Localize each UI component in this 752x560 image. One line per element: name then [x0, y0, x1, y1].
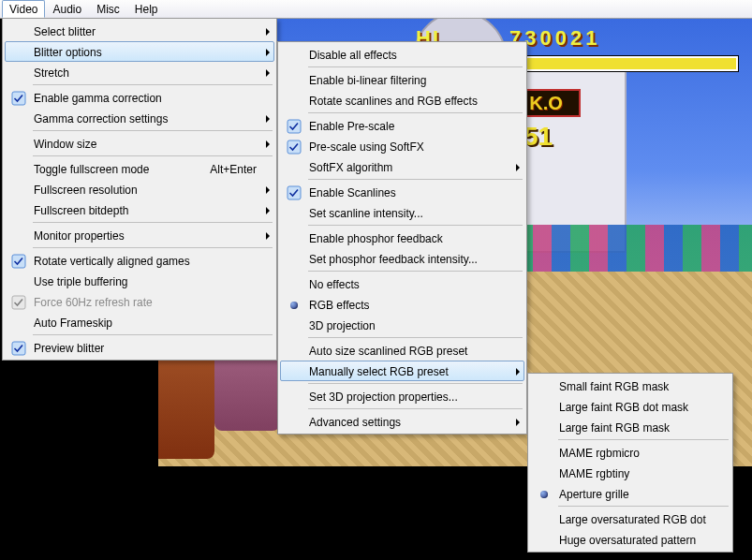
menu-item-label: Fullscreen bitdepth [34, 204, 128, 217]
menu-item-label: Aperture grille [559, 488, 629, 501]
submenu-arrow-icon [266, 232, 270, 240]
menu-separator [308, 408, 523, 409]
submenu-arrow-icon [266, 115, 270, 123]
check-icon [11, 254, 26, 269]
menu-item-disable-all-effects[interactable]: Disable all effects [280, 44, 524, 65]
check-icon [287, 119, 302, 134]
menu-item-label: 3D projection [309, 319, 376, 332]
menu-item-gamma-settings[interactable]: Gamma correction settings [5, 108, 274, 128]
menu-item-rotate-vertical[interactable]: Rotate vertically aligned games [5, 250, 274, 271]
menu-item-no-effects[interactable]: No effects [280, 273, 524, 294]
submenu-arrow-icon [266, 186, 270, 194]
submenu-arrow-icon [266, 140, 270, 148]
menu-item-label: MAME rgbmicro [559, 447, 640, 460]
menubar-item-audio[interactable]: Audio [45, 0, 89, 18]
menu-item-window-size[interactable]: Window size [5, 133, 274, 154]
menu-item-label: Large oversaturated RGB dot [559, 513, 706, 526]
radio-dot-icon [540, 491, 548, 498]
menu-item-3d-projection[interactable]: 3D projection [280, 315, 524, 335]
menu-item-enable-prescale[interactable]: Enable Pre-scale [280, 115, 524, 136]
menu-item-label: Enable bi-linear filtering [309, 74, 426, 87]
menu-item-preview-blitter[interactable]: Preview blitter [5, 337, 274, 358]
game-round-counter: 51 [523, 122, 553, 152]
menu-separator [308, 271, 523, 272]
menu-item-triple-buffering[interactable]: Use triple buffering [5, 271, 274, 291]
menu-item-label: Set scanline intensity... [309, 207, 423, 220]
menu-item-softfx-algorithm[interactable]: SoftFX algorithm [280, 156, 524, 177]
menu-item-label: Small faint RGB mask [559, 380, 669, 393]
menu-separator [33, 247, 273, 248]
menu-item-label: Auto Frameskip [34, 317, 112, 330]
menu-separator [308, 383, 523, 384]
menu-item-rotate-scanlines[interactable]: Rotate scanlines and RGB effects [280, 90, 524, 111]
menu-item-label: Huge oversaturated pattern [559, 534, 696, 547]
menu-item-label: SoftFX algorithm [309, 161, 392, 174]
menu-item-fullscreen-resolution[interactable]: Fullscreen resolution [5, 179, 274, 199]
menu-item-set-3d-properties[interactable]: Set 3D projection properties... [280, 386, 524, 406]
menubar-item-video[interactable]: Video [2, 0, 45, 18]
menu-item-large-faint-rgb-dot-mask[interactable]: Large faint RGB dot mask [530, 396, 730, 417]
menu-item-auto-size-rgb[interactable]: Auto size scanlined RGB preset [280, 340, 524, 361]
submenu-arrow-icon [516, 419, 520, 426]
menu-item-select-blitter[interactable]: Select blitter [5, 21, 274, 41]
menu-separator [33, 130, 273, 131]
menu-item-label: Set 3D projection properties... [309, 391, 458, 404]
radio-dot-icon [290, 302, 298, 309]
menu-item-label: Large faint RGB dot mask [559, 401, 688, 414]
menu-item-label: Select blitter [34, 25, 96, 38]
rgb-preset-menu: Small faint RGB mask Large faint RGB dot… [527, 373, 733, 553]
menubar-item-misc[interactable]: Misc [89, 0, 127, 18]
menu-item-enable-scanlines[interactable]: Enable Scanlines [280, 182, 524, 202]
menu-item-blitter-options[interactable]: Blitter options [5, 41, 274, 62]
menu-item-label: Use triple buffering [34, 275, 128, 288]
menu-item-label: Window size [34, 138, 96, 151]
menu-item-enable-phosphor[interactable]: Enable phosphor feedback [280, 228, 524, 248]
menu-item-set-scanline-intensity[interactable]: Set scanline intensity... [280, 202, 524, 223]
menu-item-fullscreen-bitdepth[interactable]: Fullscreen bitdepth [5, 199, 274, 220]
menu-item-label: Preview blitter [34, 342, 104, 355]
menu-item-advanced-settings[interactable]: Advanced settings [280, 411, 524, 432]
menu-item-label: Blitter options [34, 46, 102, 59]
menu-separator [558, 506, 729, 507]
menu-item-label: Gamma correction settings [34, 112, 168, 125]
menu-item-label: Stretch [34, 66, 69, 80]
menu-item-monitor-properties[interactable]: Monitor properties [5, 225, 274, 245]
menubar: Video Audio Misc Help [0, 0, 752, 19]
menu-separator [308, 179, 523, 180]
menu-item-stretch[interactable]: Stretch [5, 62, 274, 82]
menu-item-aperture-grille[interactable]: Aperture grille [530, 483, 730, 504]
menu-separator [33, 84, 273, 85]
menu-item-large-faint-rgb-mask[interactable]: Large faint RGB mask [530, 417, 730, 437]
menu-item-label: Enable Scanlines [309, 186, 396, 199]
check-icon [11, 91, 26, 106]
menubar-item-help[interactable]: Help [127, 0, 166, 18]
menu-item-auto-frameskip[interactable]: Auto Frameskip [5, 312, 274, 332]
menu-item-label: Rotate vertically aligned games [34, 255, 190, 268]
menu-item-mame-rgbmicro[interactable]: MAME rgbmicro [530, 442, 730, 463]
menu-item-label: Monitor properties [34, 229, 125, 243]
menu-item-large-oversaturated-rgb-dot[interactable]: Large oversaturated RGB dot [530, 508, 730, 529]
submenu-arrow-icon [516, 164, 520, 171]
menu-item-small-faint-rgb-mask[interactable]: Small faint RGB mask [530, 376, 730, 396]
check-icon [287, 140, 302, 155]
menu-item-label: Manually select RGB preset [309, 365, 449, 378]
menu-item-label: Auto size scanlined RGB preset [309, 345, 467, 358]
menu-item-label: Enable Pre-scale [309, 120, 394, 133]
menu-separator [33, 222, 273, 223]
check-icon [11, 341, 26, 356]
menu-item-enable-gamma[interactable]: Enable gamma correction [5, 87, 274, 108]
menu-item-label: Enable gamma correction [34, 92, 162, 105]
menu-item-set-phosphor-intensity[interactable]: Set phosphor feedback intensity... [280, 248, 524, 269]
menu-item-mame-rgbtiny[interactable]: MAME rgbtiny [530, 463, 730, 483]
menu-item-prescale-softfx[interactable]: Pre-scale using SoftFX [280, 136, 524, 156]
menu-item-enable-bilinear[interactable]: Enable bi-linear filtering [280, 69, 524, 90]
menu-item-toggle-fullscreen[interactable]: Toggle fullscreen mode Alt+Enter [5, 158, 274, 179]
video-menu: Select blitter Blitter options Stretch E… [2, 18, 277, 361]
menu-item-label: Force 60Hz refresh rate [34, 296, 153, 309]
menu-item-huge-oversaturated-pattern[interactable]: Huge oversaturated pattern [530, 529, 730, 550]
menu-item-label: MAME rgbtiny [559, 467, 629, 480]
menu-separator [33, 155, 273, 156]
menu-item-rgb-effects[interactable]: RGB effects [280, 294, 524, 315]
menu-separator [558, 439, 729, 440]
menu-item-manually-select-rgb[interactable]: Manually select RGB preset [280, 361, 524, 381]
